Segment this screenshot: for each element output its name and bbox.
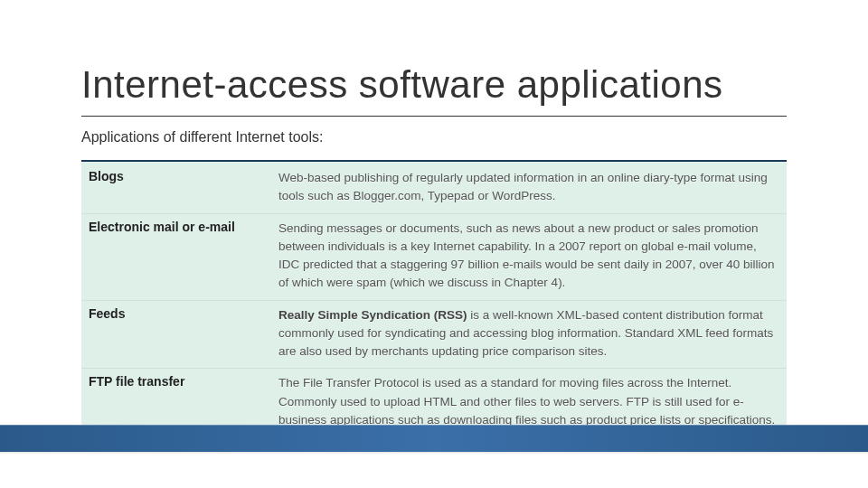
tools-table: Blogs Web-based publishing of regularly … [81,160,787,437]
desc-feeds-lead: Really Simple Syndication (RSS) [278,308,467,322]
subtitle-text: Applications of different Internet tools… [81,129,787,145]
term-ftp: FTP file transfer [89,374,278,429]
table-row: Electronic mail or e-mail Sending messag… [81,213,787,300]
slide: Internet-access software applications Ap… [0,0,868,488]
table-row: Feeds Really Simple Syndication (RSS) is… [81,300,787,369]
term-email: Electronic mail or e-mail [89,220,278,293]
term-blogs: Blogs [89,169,278,206]
desc-feeds: Really Simple Syndication (RSS) is a wel… [278,306,779,361]
page-title: Internet-access software applications [81,63,787,117]
desc-email: Sending messages or documents, such as n… [278,220,779,293]
table-row: Blogs Web-based publishing of regularly … [81,162,787,213]
desc-ftp: The File Transfer Protocol is used as a … [278,374,779,429]
footer-accent-bar [0,425,868,452]
desc-blogs: Web-based publishing of regularly update… [278,169,779,206]
term-feeds: Feeds [89,306,278,361]
